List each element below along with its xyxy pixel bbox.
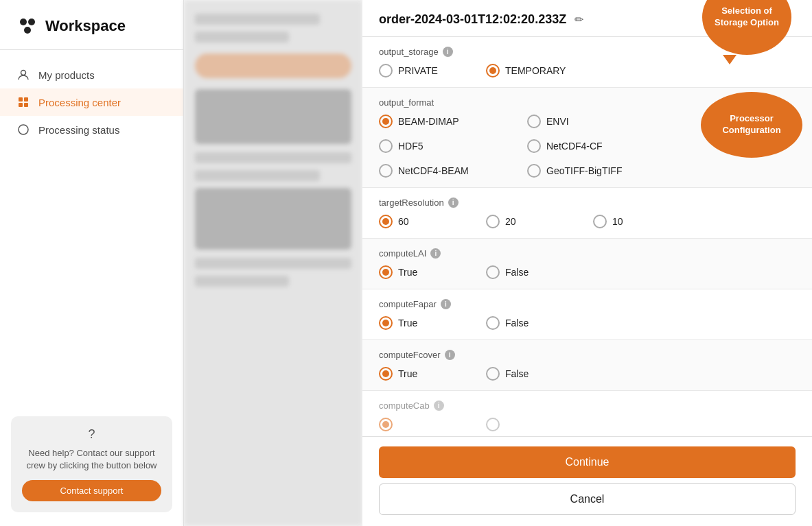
radio-circle-fapar-false[interactable]	[486, 316, 500, 330]
radio-circle-netcdf4-cf[interactable]	[527, 139, 541, 153]
radio-circle-envi[interactable]	[527, 115, 541, 128]
radio-item-geotiff-bigtiff[interactable]: GeoTIFF-BigTIFF	[527, 164, 664, 178]
continue-button[interactable]: Continue	[379, 446, 796, 478]
radio-item-netcdf4-beam[interactable]: NetCDF4-BEAM	[379, 164, 516, 178]
config-section-compute-cab: computeCab i	[362, 391, 812, 436]
svg-rect-5	[24, 97, 28, 101]
cancel-button[interactable]: Cancel	[379, 483, 796, 515]
svg-rect-7	[24, 103, 28, 107]
config-header: order-2024-03-01T12:02:20.233Z ✏ Selecti…	[362, 0, 812, 37]
info-icon-compute-lai[interactable]: i	[430, 248, 441, 259]
section-label-compute-lai: computeLAI i	[379, 248, 796, 259]
info-icon-compute-cab[interactable]: i	[434, 401, 444, 411]
section-label-compute-cab: computeCab i	[379, 401, 796, 411]
radio-circle-private[interactable]	[379, 64, 393, 77]
sidebar-nav: My products Processing center Processing…	[0, 50, 183, 154]
radio-label-envi: ENVI	[546, 116, 569, 127]
sidebar-title: Workspace	[45, 17, 126, 35]
svg-rect-6	[19, 103, 23, 107]
radio-circle-cab-true[interactable]	[379, 418, 393, 431]
radio-item-fcover-false[interactable]: False	[486, 367, 582, 381]
grid-icon	[16, 95, 30, 109]
radio-item-envi[interactable]: ENVI	[527, 115, 664, 128]
radio-circle-geotiff-bigtiff[interactable]	[527, 164, 541, 178]
sidebar-item-label-processing-center: Processing center	[38, 97, 121, 108]
radio-circle-lai-false[interactable]	[486, 265, 500, 279]
radio-label-fapar-false: False	[505, 318, 529, 328]
svg-point-0	[20, 19, 27, 25]
radio-item-60[interactable]: 60	[379, 215, 475, 228]
radio-circle-fcover-true[interactable]	[379, 367, 393, 381]
radio-label-hdf5: HDF5	[398, 141, 424, 152]
contact-support-button[interactable]: Contact support	[22, 480, 161, 501]
order-title: order-2024-03-01T12:02:20.233Z	[379, 12, 566, 27]
radio-circle-hdf5[interactable]	[379, 139, 393, 153]
radio-item-beam-dimap[interactable]: BEAM-DIMAP	[379, 115, 516, 128]
svg-rect-4	[19, 97, 23, 101]
radio-label-temporary: TEMPORARY	[505, 65, 566, 76]
sidebar-item-my-products[interactable]: My products	[0, 61, 183, 88]
info-icon-compute-fcover[interactable]: i	[445, 350, 455, 360]
config-section-compute-lai: computeLAI i True False	[362, 239, 812, 289]
config-content: Processor Configuration output_storage i…	[362, 37, 812, 436]
radio-label-fcover-true: True	[398, 368, 417, 379]
radio-circle-lai-true[interactable]	[379, 265, 393, 279]
sidebar-logo: Workspace	[0, 0, 183, 50]
radio-circle-beam-dimap[interactable]	[379, 115, 393, 128]
processor-config-bubble: Processor Configuration	[701, 92, 802, 158]
radio-item-lai-true[interactable]: True	[379, 265, 475, 279]
radio-label-netcdf4-beam: NetCDF4-BEAM	[398, 165, 469, 176]
person-icon	[16, 68, 30, 82]
config-section-compute-fapar: computeFapar i True False	[362, 289, 812, 340]
sidebar-item-processing-center[interactable]: Processing center	[0, 88, 183, 116]
radio-item-fapar-true[interactable]: True	[379, 316, 475, 330]
radio-item-lai-false[interactable]: False	[486, 265, 582, 279]
radio-label-netcdf4-cf: NetCDF4-CF	[546, 141, 603, 152]
radio-circle-20[interactable]	[486, 215, 500, 228]
radio-circle-netcdf4-beam[interactable]	[379, 164, 393, 178]
svg-point-1	[28, 19, 35, 25]
radio-circle-60[interactable]	[379, 215, 393, 228]
section-label-target-resolution: targetResolution i	[379, 198, 796, 208]
radio-label-private: PRIVATE	[398, 65, 438, 76]
config-section-target-resolution: targetResolution i 60 20 10	[362, 188, 812, 239]
sidebar-item-processing-status[interactable]: Processing status	[0, 116, 183, 143]
info-icon-output-storage[interactable]: i	[443, 47, 453, 57]
svg-point-3	[21, 71, 26, 75]
config-panel: order-2024-03-01T12:02:20.233Z ✏ Selecti…	[362, 0, 812, 526]
radio-item-10[interactable]: 10	[593, 215, 689, 228]
radio-circle-fapar-true[interactable]	[379, 316, 393, 330]
radio-circle-cab-false[interactable]	[486, 418, 500, 431]
info-icon-target-resolution[interactable]: i	[448, 198, 459, 208]
radio-item-20[interactable]: 20	[486, 215, 582, 228]
section-label-compute-fapar: computeFapar i	[379, 299, 796, 309]
radio-circle-10[interactable]	[593, 215, 607, 228]
help-text: Need help? Contact our support crew by c…	[22, 447, 161, 472]
radio-label-lai-true: True	[398, 267, 417, 278]
radio-label-60: 60	[398, 216, 409, 227]
sidebar-item-label-processing-status: Processing status	[38, 124, 119, 136]
middle-blurred-panel	[184, 0, 362, 526]
edit-icon[interactable]: ✏	[575, 13, 583, 26]
circle-icon	[16, 123, 30, 136]
radio-item-hdf5[interactable]: HDF5	[379, 139, 516, 153]
radio-item-temporary[interactable]: TEMPORARY	[486, 64, 582, 77]
svg-point-8	[19, 125, 28, 134]
radio-group-target-resolution: 60 20 10	[379, 215, 796, 228]
radio-item-cab-true[interactable]	[379, 418, 475, 431]
radio-item-fcover-true[interactable]: True	[379, 367, 475, 381]
radio-circle-temporary[interactable]	[486, 64, 500, 77]
radio-label-beam-dimap: BEAM-DIMAP	[398, 116, 459, 127]
section-label-compute-fcover: computeFcover i	[379, 350, 796, 360]
workspace-logo-icon	[16, 15, 38, 37]
radio-circle-fcover-false[interactable]	[486, 367, 500, 381]
radio-group-compute-cab	[379, 418, 796, 431]
radio-item-private[interactable]: PRIVATE	[379, 64, 475, 77]
radio-item-fapar-false[interactable]: False	[486, 316, 582, 330]
radio-item-netcdf4-cf[interactable]: NetCDF4-CF	[527, 139, 664, 153]
radio-group-compute-fapar: True False	[379, 316, 796, 330]
radio-item-cab-false[interactable]	[486, 418, 582, 431]
radio-label-lai-false: False	[505, 267, 529, 278]
radio-label-fcover-false: False	[505, 368, 529, 379]
info-icon-compute-fapar[interactable]: i	[441, 299, 451, 309]
